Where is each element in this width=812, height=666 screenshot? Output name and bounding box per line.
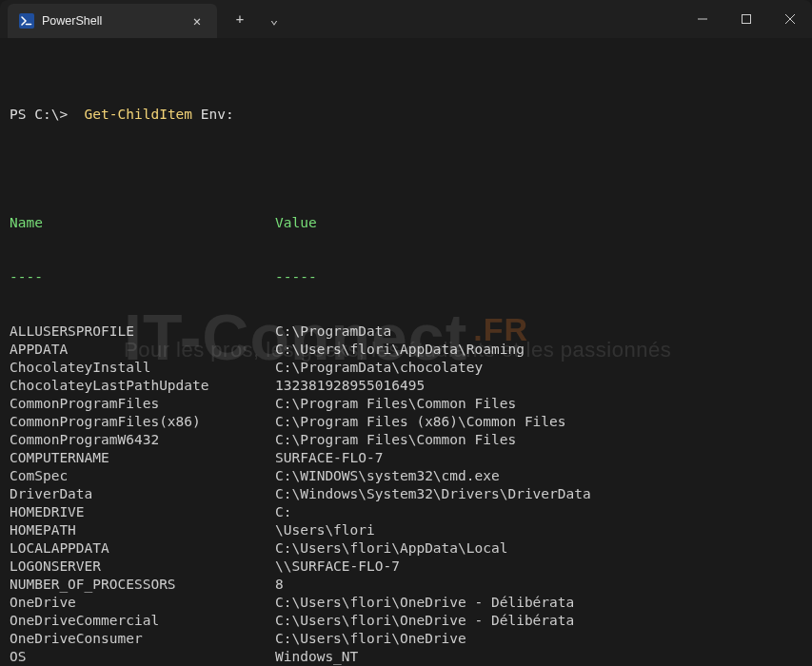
- table-row: CommonProgramFiles(x86)C:\Program Files …: [10, 413, 802, 431]
- env-name: ComSpec: [10, 467, 275, 485]
- env-value: C:\ProgramData: [275, 323, 802, 341]
- env-name: HOMEDRIVE: [10, 503, 275, 521]
- table-row: LOCALAPPDATAC:\Users\flori\AppData\Local: [10, 539, 802, 558]
- env-value: C:\ProgramData\chocolatey: [275, 359, 802, 377]
- env-name: CommonProgramW6432: [10, 431, 275, 449]
- terminal-output[interactable]: IT-Connect.FR Pour les pros, les geeks, …: [0, 38, 812, 666]
- new-tab-button[interactable]: +: [225, 4, 255, 34]
- table-row: ChocolateyInstallC:\ProgramData\chocolat…: [10, 359, 802, 377]
- table-row: OneDriveConsumerC:\Users\flori\OneDrive: [10, 630, 802, 648]
- title-bar: PowerShell ✕ + ⌄: [0, 0, 812, 38]
- env-name: ChocolateyLastPathUpdate: [10, 377, 275, 395]
- env-name: OneDriveConsumer: [10, 630, 275, 648]
- table-row: HOMEPATH\Users\flori: [10, 521, 802, 539]
- table-row: OneDriveC:\Users\flori\OneDrive - Délibé…: [10, 594, 802, 612]
- env-value: C:\Users\flori\AppData\Roaming: [275, 341, 802, 359]
- table-row: OSWindows_NT: [10, 648, 802, 666]
- table-row: LOGONSERVER\\SURFACE-FLO-7: [10, 558, 802, 576]
- prompt-command: Get-ChildItem: [85, 107, 193, 122]
- env-value: Windows_NT: [275, 648, 802, 666]
- env-name: LOGONSERVER: [10, 558, 275, 576]
- env-name: OneDrive: [10, 594, 275, 612]
- env-value: 132381928955016495: [275, 377, 802, 395]
- table-row: APPDATAC:\Users\flori\AppData\Roaming: [10, 341, 802, 359]
- header-value: Value: [275, 214, 802, 232]
- prompt-prefix: PS C:\>: [10, 107, 85, 122]
- env-name: DriverData: [10, 485, 275, 503]
- env-value: C:\WINDOWS\system32\cmd.exe: [275, 467, 802, 485]
- svg-rect-3: [743, 15, 751, 24]
- close-tab-button[interactable]: ✕: [188, 12, 206, 29]
- tab-controls: + ⌄: [217, 0, 289, 38]
- env-value: 8: [275, 576, 802, 594]
- active-tab[interactable]: PowerShell ✕: [8, 4, 217, 38]
- env-name: COMPUTERNAME: [10, 449, 275, 467]
- header-underline: ---------: [10, 268, 802, 286]
- env-name: CommonProgramFiles(x86): [10, 413, 275, 431]
- env-name: OneDriveCommercial: [10, 612, 275, 630]
- prompt-arg: Env:: [192, 107, 234, 122]
- env-value: C:\Program Files\Common Files: [275, 395, 802, 413]
- env-name: NUMBER_OF_PROCESSORS: [10, 576, 275, 594]
- env-name: APPDATA: [10, 341, 275, 359]
- env-name: OS: [10, 648, 275, 666]
- tab-dropdown-button[interactable]: ⌄: [259, 4, 289, 34]
- env-value: SURFACE-FLO-7: [275, 449, 802, 467]
- table-row: CommonProgramW6432C:\Program Files\Commo…: [10, 431, 802, 449]
- table-row: ComSpecC:\WINDOWS\system32\cmd.exe: [10, 467, 802, 485]
- table-row: ChocolateyLastPathUpdate1323819289550164…: [10, 377, 802, 395]
- env-value: C:\Users\flori\OneDrive - Délibérata: [275, 612, 802, 630]
- env-value: C:\Program Files (x86)\Common Files: [275, 413, 802, 431]
- table-row: CommonProgramFilesC:\Program Files\Commo…: [10, 395, 802, 413]
- maximize-button[interactable]: [724, 0, 768, 38]
- env-value: \Users\flori: [275, 521, 802, 539]
- env-name: CommonProgramFiles: [10, 395, 275, 413]
- svg-rect-0: [19, 13, 34, 29]
- header-row: NameValue: [10, 214, 802, 232]
- table-row: OneDriveCommercialC:\Users\flori\OneDriv…: [10, 612, 802, 630]
- minimize-button[interactable]: [681, 0, 724, 38]
- table-row: COMPUTERNAMESURFACE-FLO-7: [10, 449, 802, 467]
- env-name: LOCALAPPDATA: [10, 539, 275, 558]
- env-value: C:\Users\flori\AppData\Local: [275, 539, 802, 558]
- prompt-line: PS C:\> Get-ChildItem Env:: [10, 106, 802, 124]
- header-name: Name: [10, 214, 275, 232]
- table-row: HOMEDRIVEC:: [10, 503, 802, 521]
- powershell-icon: [19, 13, 34, 29]
- window-controls: [681, 0, 812, 38]
- table-row: ALLUSERSPROFILEC:\ProgramData: [10, 323, 802, 341]
- env-value: C:\Users\flori\OneDrive: [275, 630, 802, 648]
- tab-title: PowerShell: [42, 14, 181, 28]
- env-name: HOMEPATH: [10, 521, 275, 539]
- env-value: C:\Users\flori\OneDrive - Délibérata: [275, 594, 802, 612]
- table-row: DriverDataC:\Windows\System32\Drivers\Dr…: [10, 485, 802, 503]
- table-row: NUMBER_OF_PROCESSORS8: [10, 576, 802, 594]
- env-value: C:: [275, 503, 802, 521]
- env-value: C:\Program Files\Common Files: [275, 431, 802, 449]
- env-value: \\SURFACE-FLO-7: [275, 558, 802, 576]
- env-name: ChocolateyInstall: [10, 359, 275, 377]
- env-value: C:\Windows\System32\Drivers\DriverData: [275, 485, 802, 503]
- close-window-button[interactable]: [768, 0, 812, 38]
- env-name: ALLUSERSPROFILE: [10, 323, 275, 341]
